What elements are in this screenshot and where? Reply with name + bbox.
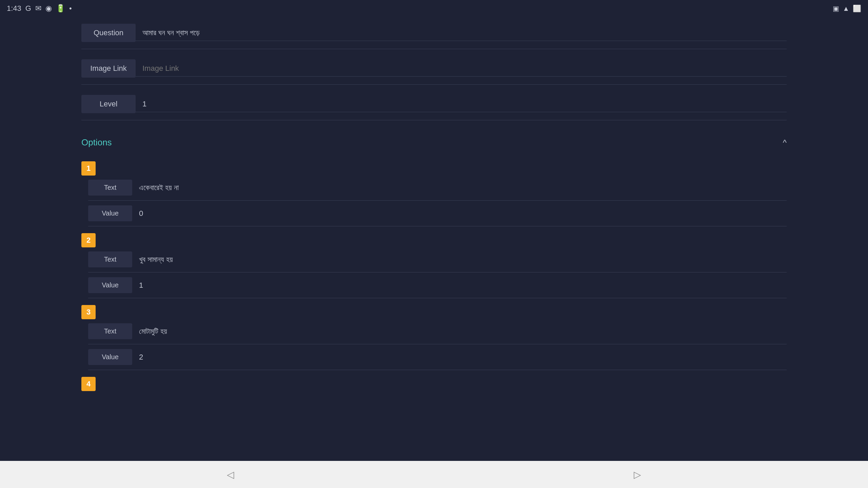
option-3-text-input[interactable]	[132, 324, 787, 339]
option-3-value-input[interactable]	[132, 349, 787, 365]
options-title: Options	[81, 137, 112, 148]
option-1-text-input[interactable]	[132, 180, 787, 196]
level-label-button[interactable]: Level	[81, 95, 136, 113]
option-2-text-label[interactable]: Text	[88, 251, 132, 267]
wifi-icon: ▣	[833, 4, 839, 13]
option-badge-3: 3	[81, 305, 96, 319]
battery-status-icon: ⬜	[853, 4, 861, 13]
option-2-value-label[interactable]: Value	[88, 277, 132, 293]
option-item-2: 2 Text Value	[81, 233, 787, 298]
option-2-value-row: Value	[88, 277, 787, 298]
chevron-up-icon[interactable]: ^	[783, 138, 787, 147]
option-3-value-label[interactable]: Value	[88, 349, 132, 365]
question-input[interactable]	[136, 25, 787, 41]
back-arrow[interactable]: ◁	[227, 469, 234, 480]
status-left: 1:43 G ✉ ◉ 🔋 •	[7, 4, 72, 13]
option-1-value-row: Value	[88, 205, 787, 226]
image-link-label-button[interactable]: Image Link	[81, 59, 136, 78]
option-2-fields: Text Value	[81, 251, 787, 298]
option-1-fields: Text Value	[81, 180, 787, 226]
options-header: Options ^	[81, 130, 787, 155]
level-input[interactable]	[136, 96, 787, 112]
option-1-value-label[interactable]: Value	[88, 205, 132, 221]
forward-arrow[interactable]: ▷	[634, 469, 641, 480]
option-badge-1: 1	[81, 161, 96, 176]
option-badge-2: 2	[81, 233, 96, 247]
mail-icon: ✉	[35, 4, 41, 13]
option-item-3: 3 Text Value	[81, 305, 787, 370]
google-icon: G	[25, 4, 31, 13]
option-3-text-row: Text	[88, 323, 787, 344]
location-icon: ◉	[45, 4, 52, 13]
option-2-text-row: Text	[88, 251, 787, 272]
status-bar: 1:43 G ✉ ◉ 🔋 • ▣ ▲ ⬜	[0, 0, 868, 17]
options-section: Options ^ 1 Text Value 2 Text	[81, 130, 787, 395]
option-2-text-input[interactable]	[132, 252, 787, 267]
image-link-row: Image Link	[81, 59, 787, 85]
option-2-value-input[interactable]	[132, 278, 787, 293]
bottom-nav: ◁ ▷	[0, 461, 868, 488]
option-item-4: 4	[81, 377, 787, 395]
option-1-text-label[interactable]: Text	[88, 180, 132, 196]
level-row: Level	[81, 95, 787, 120]
main-content: Question Image Link Level Options ^ 1 Te…	[0, 17, 868, 409]
option-3-fields: Text Value	[81, 323, 787, 370]
option-item-1: 1 Text Value	[81, 161, 787, 226]
option-1-value-input[interactable]	[132, 206, 787, 221]
signal-icon: ▲	[843, 5, 849, 13]
dot-icon: •	[69, 4, 72, 13]
status-time: 1:43	[7, 4, 21, 13]
question-label-button[interactable]: Question	[81, 24, 136, 42]
question-row: Question	[81, 24, 787, 49]
battery-icon: 🔋	[56, 4, 65, 13]
option-3-value-row: Value	[88, 349, 787, 370]
option-3-text-label[interactable]: Text	[88, 323, 132, 339]
image-link-input[interactable]	[136, 61, 787, 77]
status-right: ▣ ▲ ⬜	[833, 4, 861, 13]
option-1-text-row: Text	[88, 180, 787, 201]
option-badge-4: 4	[81, 377, 96, 391]
